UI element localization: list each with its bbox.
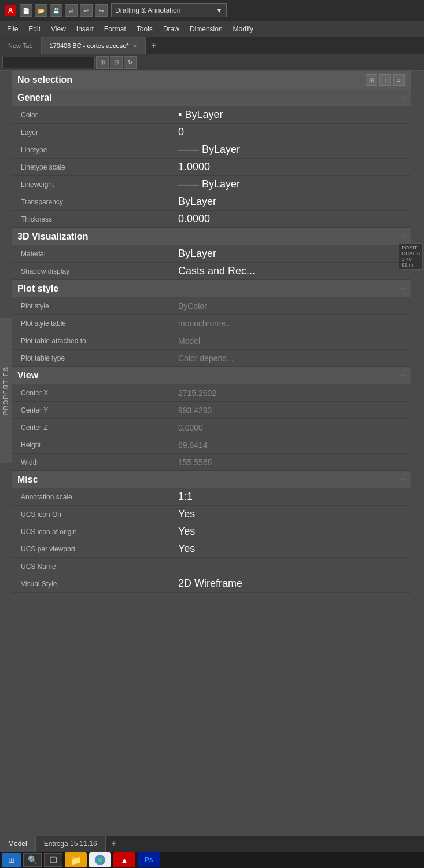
- prop-center-z-label: Center Z: [12, 424, 174, 432]
- menu-view[interactable]: View: [46, 23, 71, 35]
- prop-plot-style-table[interactable]: Plot style table monochrome....: [12, 315, 411, 332]
- ns-icon-3[interactable]: ≡: [393, 74, 405, 86]
- prop-thickness[interactable]: Thickness 0.0000: [12, 211, 411, 228]
- section-general-header[interactable]: General −: [12, 89, 411, 106]
- search-icon: 🔍: [28, 855, 38, 865]
- redo-btn[interactable]: ↪: [95, 4, 108, 17]
- tab-add-btn[interactable]: +: [146, 37, 162, 54]
- menu-draw[interactable]: Draw: [158, 23, 184, 35]
- menu-edit[interactable]: Edit: [24, 23, 45, 35]
- menu-insert[interactable]: Insert: [72, 23, 98, 35]
- prop-material[interactable]: Material ByLayer: [12, 245, 411, 263]
- prop-width-label: Width: [12, 458, 174, 466]
- tab-model[interactable]: Model: [0, 836, 36, 852]
- prop-linetype-label: Linetype: [12, 146, 174, 154]
- prop-visual-style-label: Visual Style: [12, 580, 174, 588]
- prop-center-x-value: 2715.2602: [174, 388, 411, 398]
- chrome-btn[interactable]: [89, 852, 111, 867]
- menu-tools[interactable]: Tools: [132, 23, 157, 35]
- prop-plot-style-table-value: monochrome....: [174, 319, 411, 328]
- prop-thickness-label: Thickness: [12, 215, 174, 223]
- prop-center-z-value: 0.0000: [174, 423, 411, 432]
- section-general-title: General: [17, 93, 52, 103]
- tab-entrega-label: Entrega 15.11.16: [44, 840, 97, 848]
- section-misc-header[interactable]: Misc −: [12, 471, 411, 488]
- prop-center-y[interactable]: Center Y 993.4293: [12, 402, 411, 419]
- autocad-btn[interactable]: ▲: [113, 852, 135, 867]
- prop-width[interactable]: Width 155.5568: [12, 454, 411, 471]
- menu-bar: File Edit View Insert Format Tools Draw …: [0, 21, 424, 37]
- prop-transparency[interactable]: Transparency ByLayer: [12, 193, 411, 211]
- workspace-label: Drafting & Annotation: [115, 6, 180, 14]
- prop-material-label: Material: [12, 250, 174, 258]
- prop-linetype-scale-label: Linetype scale: [12, 163, 174, 171]
- ns-icon-2[interactable]: +: [379, 74, 391, 86]
- toolbar-btn-2[interactable]: ⊟: [110, 56, 123, 69]
- prop-ucs-per-viewport[interactable]: UCS per viewport Yes: [12, 540, 411, 558]
- general-collapse-icon[interactable]: −: [401, 94, 405, 102]
- section-plot-header[interactable]: Plot style −: [12, 280, 411, 297]
- view-collapse-icon[interactable]: −: [401, 372, 405, 380]
- prop-ucs-name[interactable]: UCS Name: [12, 558, 411, 575]
- tab-drawing[interactable]: 170406 BC - cortes acceso* ✕: [42, 37, 146, 54]
- task-view-btn[interactable]: ❑: [44, 853, 62, 867]
- file-explorer-btn[interactable]: 📁: [65, 852, 87, 867]
- toolbar-btn-1[interactable]: ⊞: [96, 56, 109, 69]
- prop-ucs-icon-on-label: UCS icon On: [12, 510, 174, 518]
- prop-ucs-icon-on[interactable]: UCS icon On Yes: [12, 506, 411, 523]
- prop-plot-attached[interactable]: Plot table attached to Model: [12, 332, 411, 350]
- prop-annotation-scale[interactable]: Annotation scale 1:1: [12, 488, 411, 506]
- prop-height-value: 69.6414: [174, 440, 411, 450]
- no-selection-bar: No selection ⊞ + ≡: [12, 71, 411, 89]
- prop-center-x[interactable]: Center X 2715.2602: [12, 384, 411, 402]
- save-btn[interactable]: 💾: [50, 4, 62, 17]
- tab-new[interactable]: New Tab: [0, 37, 42, 54]
- misc-collapse-icon[interactable]: −: [401, 476, 405, 484]
- prop-linetype-scale[interactable]: Linetype scale 1.0000: [12, 159, 411, 176]
- prop-plot-type[interactable]: Plot table type Color depend...: [12, 350, 411, 367]
- tab-add-layout[interactable]: +: [106, 838, 122, 849]
- menu-file[interactable]: File: [2, 23, 23, 35]
- ns-icon-1[interactable]: ⊞: [366, 74, 377, 86]
- prop-annotation-scale-value: 1:1: [174, 491, 411, 503]
- prop-plot-style-value: ByColor: [174, 301, 411, 311]
- tab-entrega[interactable]: Entrega 15.11.16: [36, 836, 106, 852]
- prop-ucs-icon-origin-label: UCS icon at origin: [12, 528, 174, 536]
- prop-linetype[interactable]: Linetype —— ByLayer: [12, 141, 411, 159]
- prop-ucs-icon-origin[interactable]: UCS icon at origin Yes: [12, 523, 411, 540]
- windows-start-btn[interactable]: ⊞: [2, 853, 21, 867]
- menu-modify[interactable]: Modify: [228, 23, 258, 35]
- section-view-header[interactable]: View −: [12, 367, 411, 384]
- open-btn[interactable]: 📂: [35, 4, 47, 17]
- misc-status-line4: 91 m: [401, 262, 420, 268]
- prop-color[interactable]: Color ▪ ByLayer: [12, 106, 411, 124]
- 3d-collapse-icon[interactable]: −: [401, 233, 405, 241]
- search-btn[interactable]: 🔍: [23, 853, 42, 867]
- workspace-dropdown[interactable]: Drafting & Annotation ▼: [111, 3, 227, 17]
- prop-height[interactable]: Height 69.6414: [12, 436, 411, 454]
- section-3d-header[interactable]: 3D Visualization −: [12, 228, 411, 245]
- plot-collapse-icon[interactable]: −: [401, 285, 405, 293]
- prop-center-z[interactable]: Center Z 0.0000: [12, 419, 411, 436]
- prop-visual-style[interactable]: Visual Style 2D Wireframe: [12, 575, 411, 593]
- toolbar-btn-3[interactable]: ↻: [124, 56, 137, 69]
- undo-btn[interactable]: ↩: [80, 4, 93, 17]
- command-input[interactable]: [2, 57, 95, 68]
- new-file-btn[interactable]: 📄: [20, 4, 32, 17]
- properties-sidebar-label: PROPERTIES: [3, 366, 9, 415]
- tab-close-icon[interactable]: ✕: [132, 43, 137, 49]
- prop-ucs-icon-on-value: Yes: [174, 508, 411, 520]
- prop-width-value: 155.5568: [174, 458, 411, 467]
- print-btn[interactable]: 🖨: [65, 4, 78, 17]
- prop-shadow[interactable]: Shadow display Casts and Rec...: [12, 263, 411, 280]
- prop-lineweight[interactable]: Lineweight —— ByLayer: [12, 176, 411, 193]
- prop-ucs-per-viewport-value: Yes: [174, 543, 411, 555]
- misc-status-overlay: POSIT OCAL 6 3.40 91 m: [399, 243, 423, 270]
- prop-layer[interactable]: Layer 0: [12, 124, 411, 141]
- photoshop-btn[interactable]: Ps: [138, 852, 160, 867]
- tab-model-label: Model: [8, 840, 27, 848]
- prop-plot-style[interactable]: Plot style ByColor: [12, 297, 411, 315]
- menu-dimension[interactable]: Dimension: [185, 23, 227, 35]
- prop-lineweight-label: Lineweight: [12, 181, 174, 189]
- menu-format[interactable]: Format: [99, 23, 131, 35]
